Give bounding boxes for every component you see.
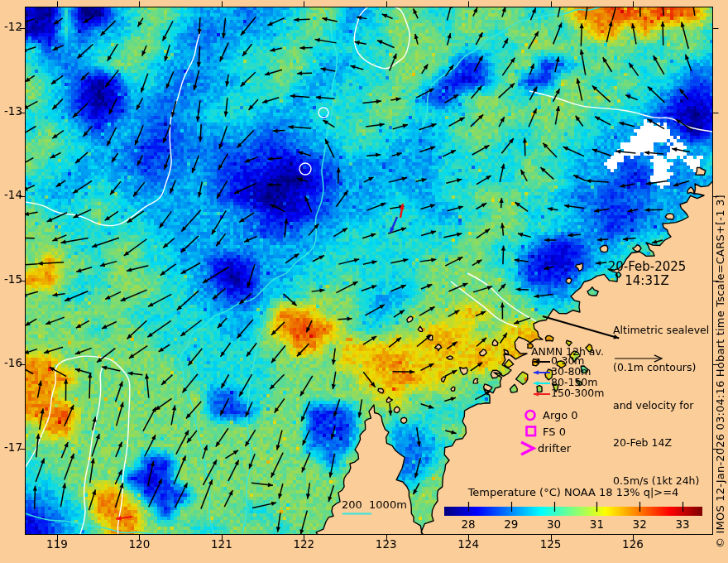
argo-legend-label: Argo 0	[543, 410, 578, 421]
x-tick-label: 124	[452, 539, 485, 551]
x-tick-label: 123	[370, 539, 403, 551]
colorbar-tick-label: 32	[627, 519, 652, 531]
x-tick-label: 125	[534, 539, 568, 551]
ocean-current-map-page: { "colors": { "background": "#fbcd99", "…	[0, 0, 728, 563]
altimetry-note-line: 0.5m/s (1kt 24h)	[613, 475, 709, 486]
x-tick-label: 122	[287, 539, 320, 551]
x-tick-label: 120	[122, 539, 156, 551]
y-tick-label: -17	[1, 442, 22, 454]
colorbar-title: Temperature (°C) NOAA 18 13% q|>=4	[444, 487, 702, 498]
x-tick-label: 121	[205, 539, 238, 551]
colorbar-tick-label: 29	[499, 519, 524, 531]
colorbar-tick-label: 33	[670, 519, 695, 531]
drifter-legend-label: drifter	[538, 443, 571, 454]
colorbar-tick-label: 31	[584, 519, 609, 531]
y-tick-label: -14	[1, 190, 22, 201]
map-datetime-line1: 20-Feb-2025	[601, 261, 693, 273]
altimetry-note-line: (0.1m contours)	[613, 362, 709, 373]
colorbar-tick-label: 28	[456, 519, 481, 531]
anmn-legend-label-150-300m: 150-300m	[551, 388, 604, 399]
altimetry-note-line: 20-Feb 14Z	[613, 437, 709, 448]
y-tick-label: -16	[1, 358, 22, 369]
isobath-scale-label: 200 1000m	[342, 499, 407, 510]
fs-legend-label: FS 0	[543, 426, 566, 437]
credit-text: © IMOS 12-Jan-2026 03:04:16 Hobart time …	[715, 195, 726, 548]
map-datetime-line2: 14:31Z	[601, 275, 693, 287]
y-tick-label: -12	[1, 22, 22, 33]
colorbar-tick-label: 30	[542, 519, 567, 531]
altimetry-note: Altimetric sealevel (0.1m contours) and …	[613, 298, 709, 499]
y-tick-label: -13	[1, 106, 22, 118]
y-tick-label: -15	[1, 274, 22, 286]
x-tick-label: 126	[616, 539, 649, 551]
x-tick-label: 119	[41, 539, 74, 551]
altimetry-note-line: Altimetric sealevel	[613, 325, 709, 335]
altimetry-note-line: and velocity for	[613, 400, 709, 411]
